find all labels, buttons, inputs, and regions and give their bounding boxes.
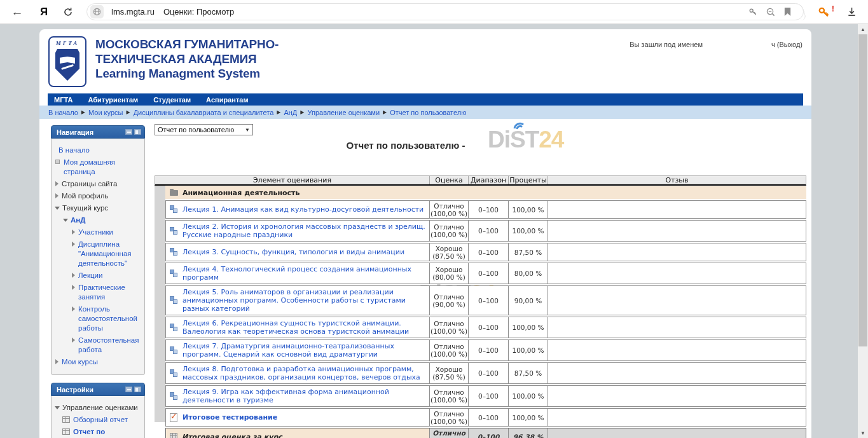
chevron-right-icon[interactable] (55, 193, 59, 198)
chevron-right-icon[interactable] (72, 338, 75, 343)
sidebar-item-discipline[interactable]: Дисциплина "Анимационная деятельность" (54, 240, 142, 268)
logo-shield (55, 49, 79, 81)
grade-item-link[interactable]: Лекция 8. Подготовка и разработка анимац… (183, 365, 425, 381)
sidebar-item-participants[interactable]: Участники (54, 228, 142, 237)
table-row: Итоговое тестирование Отлично(100,00 %) … (165, 408, 806, 427)
lesson-icon (170, 270, 178, 278)
logout-link[interactable]: ч (Выход) (771, 41, 803, 48)
feedback-cell (548, 243, 806, 261)
breadcrumb-separator-icon: ▶ (126, 109, 130, 115)
grade-item-link[interactable]: Итоговое тестирование (183, 413, 277, 421)
grade-item-link[interactable]: Лекция 4. Технологический процесс создан… (183, 265, 425, 282)
grade-item-link[interactable]: Лекция 2. История и хронология массовых … (183, 222, 425, 239)
url-text: lms.mgta.ru (111, 7, 155, 17)
course-total-row: Итоговая оценка за курс Отлично(96,38 %)… (165, 428, 806, 438)
sidebar-item-self-work[interactable]: Самостоятельная работа (54, 336, 142, 355)
chevron-right-icon[interactable] (72, 229, 75, 235)
feedback-cell (548, 363, 806, 383)
screen: ← Я lms.mgta.ru Оценки: Просмотр (0, 0, 868, 438)
sidebar-item-my-home[interactable]: Моя домашняя страница (54, 158, 142, 177)
yandex-browser-icon[interactable]: Я (34, 6, 53, 18)
sidebar: Навигация В начало Моя домашняя страница… (51, 125, 145, 438)
chevron-down-icon[interactable] (55, 406, 60, 409)
main-content: Отчет по пользователю ▼ Отчет по пользов… (155, 124, 806, 438)
breadcrumb-disciplines[interactable]: Дисциплины бакалавриата и специалитета (134, 109, 274, 116)
scroll-up-icon[interactable]: ▲ (858, 24, 868, 34)
sidebar-item-my-profile[interactable]: Мой профиль (54, 191, 142, 201)
scroll-down-icon[interactable]: ▼ (858, 428, 868, 438)
protect-key-alert-icon[interactable]: ! (818, 6, 830, 18)
lesson-icon (170, 324, 178, 332)
sidebar-item-practice[interactable]: Практические занятия (54, 283, 142, 302)
grade-item-link[interactable]: Лекция 1. Анимация как вид культурно-дос… (183, 205, 424, 214)
col-range: Диапазон (468, 176, 508, 184)
feedback-cell (548, 428, 806, 438)
sidebar-item-current-course[interactable]: Текущий курс (54, 203, 142, 213)
mgta-logo: МГТА (48, 36, 86, 87)
block-dock-icon[interactable] (134, 129, 141, 135)
feedback-cell (548, 263, 806, 284)
settings-item-grader-report[interactable]: Обзорный отчет (54, 415, 142, 425)
nav-item-studentam[interactable]: Студентам (153, 96, 191, 104)
scrollbar-thumb[interactable] (858, 34, 867, 346)
block-collapse-icon[interactable] (125, 387, 132, 392)
back-icon[interactable]: ← (8, 5, 27, 19)
settings-item-user-report[interactable]: Отчет по пользователю (54, 427, 142, 438)
col-percent: Проценты (508, 176, 548, 184)
site-title-line1: МОСКОВСКАЯ ГУМАНИТАРНО- (95, 37, 279, 51)
block-collapse-icon[interactable] (125, 129, 132, 135)
refresh-icon[interactable] (59, 7, 78, 17)
sidebar-item-self-control[interactable]: Контроль самостоятельной работы (54, 305, 142, 333)
sidebar-item-lectures[interactable]: Лекции (54, 271, 142, 280)
settings-block-header: Настройки (51, 383, 145, 396)
report-page-title: Отчет по пользователю - (155, 140, 657, 151)
grade-item-link[interactable]: Лекция 6. Рекреационная сущность туристс… (183, 319, 425, 336)
navigation-block: Навигация В начало Моя домашняя страница… (51, 125, 145, 375)
indent-column (155, 186, 165, 422)
report-type-select[interactable]: Отчет по пользователю ▼ (155, 124, 253, 135)
nav-item-aspirantam[interactable]: Аспирантам (206, 96, 248, 104)
address-bar[interactable]: lms.mgta.ru Оценки: Просмотр (86, 3, 804, 20)
breadcrumb-home[interactable]: В начало (48, 109, 78, 116)
password-key-icon[interactable] (748, 7, 758, 17)
report-table-icon (62, 416, 70, 423)
chevron-right-icon[interactable] (72, 273, 75, 278)
sidebar-item-site-pages[interactable]: Страницы сайта (54, 179, 142, 189)
table-header-row: Элемент оценивания Оценка Диапазон Проце… (155, 175, 806, 186)
page-scrollbar[interactable]: ▲ ▼ (858, 24, 868, 438)
grade-item-link[interactable]: Лекция 9. Игра как эффективная форма ани… (183, 388, 425, 404)
grade-item-link[interactable]: Лекция 5. Роль аниматоров в организации … (183, 288, 425, 313)
settings-item-grade-admin[interactable]: Управление оценками (54, 403, 142, 413)
chevron-down-icon[interactable] (63, 219, 68, 222)
zoom-out-icon[interactable] (766, 7, 776, 17)
breadcrumb-grade-admin[interactable]: Управление оценками (307, 109, 380, 116)
breadcrumb-user-report[interactable]: Отчет по пользователю (390, 109, 466, 116)
chevron-right-icon[interactable] (55, 181, 59, 186)
col-grade-item: Элемент оценивания (155, 176, 429, 184)
feedback-cell (548, 317, 806, 338)
chevron-right-icon[interactable] (55, 359, 59, 364)
bookmark-icon[interactable] (783, 7, 792, 17)
bullet-icon (55, 160, 60, 164)
sidebar-item-course-and[interactable]: АнД (54, 216, 142, 225)
chevron-right-icon[interactable] (72, 242, 75, 247)
chevron-right-icon[interactable] (72, 285, 75, 290)
chevron-right-icon[interactable] (72, 306, 75, 311)
folder-icon (170, 190, 178, 196)
block-dock-icon[interactable] (134, 387, 141, 392)
settings-block: Настройки Управление оценками Обзорный о… (51, 383, 145, 438)
grade-item-link[interactable]: Лекция 3. Сущность, функция, типология и… (183, 248, 404, 256)
lesson-icon (170, 392, 178, 400)
breadcrumb-course[interactable]: АнД (284, 109, 297, 116)
breadcrumb-my-courses[interactable]: Мои курсы (88, 109, 123, 116)
chevron-down-icon[interactable] (55, 207, 60, 210)
category-row: Анимационная деятельность (165, 186, 806, 199)
nav-item-abiturientam[interactable]: Абитуриентам (88, 96, 138, 104)
download-icon[interactable] (846, 6, 857, 17)
select-arrow-icon: ▼ (245, 127, 250, 133)
breadcrumb-separator-icon: ▶ (383, 109, 387, 115)
sidebar-item-my-courses[interactable]: Мои курсы (54, 357, 142, 367)
sidebar-item-home[interactable]: В начало (54, 146, 142, 155)
nav-item-mgta[interactable]: МГТА (54, 96, 72, 104)
grade-item-link[interactable]: Лекция 7. Драматургия анимационно-театра… (183, 342, 425, 359)
